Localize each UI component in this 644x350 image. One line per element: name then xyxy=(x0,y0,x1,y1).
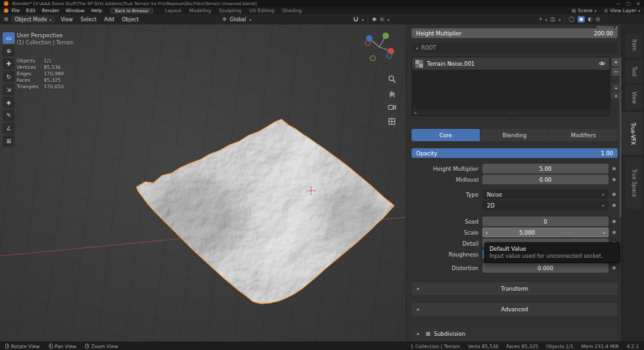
orthographic-grid-icon[interactable] xyxy=(388,117,396,126)
menu-view[interactable]: View xyxy=(58,17,75,23)
terrain-layer-list[interactable]: Terrain Noise.001 ▸ ⋯ xyxy=(412,57,610,116)
show-gizmo-icon[interactable]: ⌖ xyxy=(539,17,542,22)
shading-rendered-icon[interactable]: ◎ xyxy=(596,17,600,22)
view-perspective-label: User Perspective xyxy=(17,32,62,39)
tool-add-cube[interactable]: ⊞ xyxy=(3,135,15,147)
midlevel-field[interactable]: 0.00 xyxy=(482,175,609,184)
orientation-dropdown[interactable]: Global xyxy=(230,17,247,23)
tab-blending[interactable]: Blending xyxy=(480,129,549,141)
viewport-toolbar: ▭ ⊕ ✚ ↻ ⇲ ◈ ✎ ∠ ⊞ xyxy=(3,32,15,147)
workspace-tab-shading[interactable]: Shading xyxy=(278,8,305,14)
menu-help[interactable]: Help xyxy=(88,8,105,14)
opacity-slider[interactable]: Opacity 1.00 xyxy=(412,148,618,158)
tool-measure[interactable]: ∠ xyxy=(3,122,15,134)
sidebar-tab-true-space[interactable]: True Space xyxy=(625,157,643,209)
sidebar-tab-item[interactable]: Item xyxy=(625,34,643,57)
advanced-section-header[interactable]: ▸ Advanced xyxy=(412,303,618,316)
shading-material-icon[interactable]: ◐ xyxy=(588,17,592,22)
view-layer-selector[interactable]: ≣ View Layer ▾ xyxy=(604,8,640,14)
scene-selector[interactable]: ▤ Scene ▾ xyxy=(572,8,597,14)
chevron-down-icon[interactable]: ▾ xyxy=(362,17,364,22)
menu-render[interactable]: Render xyxy=(39,8,62,14)
tool-annotate[interactable]: ✎ xyxy=(3,110,15,121)
blender-menu-icon[interactable] xyxy=(4,8,8,13)
height-multiplier-top-slider[interactable]: Height Multiplier 200.00 xyxy=(412,28,618,38)
proportional-falloff-icon[interactable]: ◎ xyxy=(380,17,384,22)
list-item[interactable]: Terrain Noise.001 xyxy=(412,57,609,70)
mouse-icon xyxy=(5,344,9,349)
tool-scale[interactable]: ⇲ xyxy=(3,84,15,95)
status-bar: Rotate View Pan View Zoom View 1 Collect… xyxy=(0,342,644,350)
root-section-header[interactable]: ▾ ROOT xyxy=(412,43,618,53)
visibility-eye-icon[interactable] xyxy=(598,61,606,66)
shading-solid-icon[interactable]: ◉ xyxy=(578,16,585,23)
editor-type-icon[interactable]: ⊞ xyxy=(4,17,8,22)
increment-arrow-icon[interactable]: › xyxy=(603,229,605,236)
tool-transform[interactable]: ◈ xyxy=(3,97,15,108)
menu-edit[interactable]: Edit xyxy=(23,8,39,14)
menu-select[interactable]: Select xyxy=(78,17,99,23)
mode-dropdown[interactable]: Object Mode ▾ xyxy=(11,15,55,23)
workspace-tabs: Layout Modeling Sculpting UV Editing Sha… xyxy=(161,8,305,14)
workspace-tab-sculpting[interactable]: Sculpting xyxy=(215,8,245,14)
status-hint-rotate: Rotate View xyxy=(5,344,40,349)
top-menubar: File Edit Render Window Help Back to Bro… xyxy=(0,7,644,14)
chevron-down-icon: ▾ xyxy=(416,46,418,50)
status-verts: Verts 85,536 xyxy=(468,344,499,349)
view-layer-icon: ≣ xyxy=(604,8,608,14)
overlays-icon[interactable]: ◫ xyxy=(551,17,556,22)
minimize-button[interactable]: — xyxy=(616,1,621,6)
menu-add[interactable]: Add xyxy=(102,17,117,23)
pan-hand-icon[interactable] xyxy=(388,89,396,97)
dimensions-dropdown[interactable]: 2D ▾ xyxy=(482,200,609,210)
shading-wireframe-icon[interactable]: ◯ xyxy=(569,17,574,22)
sidebar-tab-tool[interactable]: Tool xyxy=(625,61,643,83)
workspace-tab-layout[interactable]: Layout xyxy=(161,8,185,14)
back-to-browser-button[interactable]: Back to Browser xyxy=(110,8,153,14)
3d-viewport[interactable]: User Perspective (1) Collection | Terrai… xyxy=(0,24,406,342)
maximize-button[interactable]: ▢ xyxy=(627,1,631,6)
collapsed-arrow-icon: ▸ xyxy=(417,331,420,336)
roughness-label: Roughness xyxy=(406,251,478,258)
proportional-edit-icon[interactable]: ◉ xyxy=(372,17,377,22)
collapsed-arrow-icon: ▸ xyxy=(417,307,420,312)
sidebar-tab-view[interactable]: View xyxy=(625,85,643,110)
status-version: 4.2.1 xyxy=(627,344,639,349)
terrain-mesh xyxy=(137,119,394,304)
scale-field[interactable]: ‹ 5.000 ⋯ › xyxy=(482,228,609,237)
type-dropdown[interactable]: Noise ▾ xyxy=(482,190,609,199)
distortion-field[interactable]: 0.000 xyxy=(482,263,609,273)
navigation-gizmo[interactable] xyxy=(362,30,397,64)
tool-select-box[interactable]: ▭ xyxy=(3,32,15,44)
close-button[interactable]: ✕ xyxy=(636,1,640,6)
tab-core[interactable]: Core xyxy=(412,129,480,141)
grip-icon[interactable]: ⋯ xyxy=(510,110,514,115)
layer-tabs: Core Blending Modifiers xyxy=(412,129,618,141)
expand-icon[interactable]: ▸ xyxy=(415,110,417,115)
seed-field[interactable]: 0 xyxy=(482,217,609,226)
subdivision-section-header[interactable]: ▸ ▦ Subdivision xyxy=(412,327,618,340)
section-title: Advanced xyxy=(501,306,528,313)
mouse-icon xyxy=(85,344,89,349)
menu-window[interactable]: Window xyxy=(62,8,88,14)
tool-cursor[interactable]: ⊕ xyxy=(3,45,15,57)
transform-section-header[interactable]: ▸ Transform xyxy=(412,282,618,295)
snap-magnet-icon[interactable] xyxy=(353,16,359,23)
sidebar-tab-true-vfx[interactable]: True-VFX xyxy=(621,112,643,155)
transform-orientation-group: ⊕ Global ▾ xyxy=(222,17,251,23)
workspace-tab-modeling[interactable]: Modeling xyxy=(185,8,215,14)
height-multiplier-field[interactable]: 5.00 xyxy=(482,164,609,173)
tool-rotate[interactable]: ↻ xyxy=(3,71,15,83)
menu-file[interactable]: File xyxy=(8,8,23,14)
height-multiplier-label: Height Multiplier xyxy=(406,166,478,172)
decrement-arrow-icon[interactable]: ‹ xyxy=(486,229,488,236)
true-vfx-panel: Options ▾ Height Multiplier 200.00 ▾ ROO… xyxy=(406,24,621,342)
tab-modifiers[interactable]: Modifiers xyxy=(549,129,618,141)
chevron-down-icon: ▾ xyxy=(594,8,596,13)
tool-move[interactable]: ✚ xyxy=(3,58,15,70)
workspace-tab-uv-editing[interactable]: UV Editing xyxy=(245,8,278,14)
camera-view-icon[interactable] xyxy=(388,103,396,112)
tooltip-title: Default Value xyxy=(489,246,614,253)
menu-object[interactable]: Object xyxy=(119,17,141,23)
zoom-icon[interactable] xyxy=(388,75,396,83)
